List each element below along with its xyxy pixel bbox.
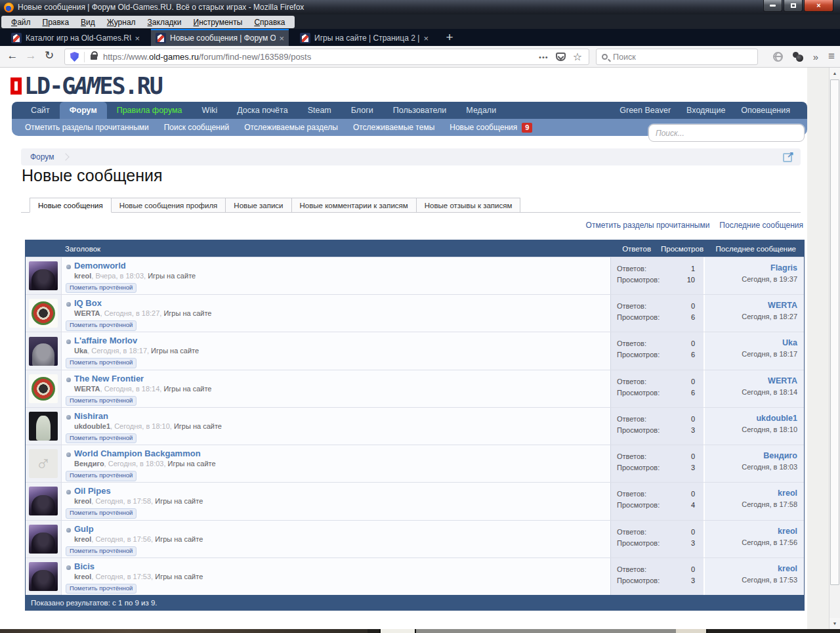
thread-forum-link[interactable]: Игры на сайте [163, 309, 211, 317]
thread-forum-link[interactable]: Игры на сайте [155, 573, 203, 580]
close-button[interactable]: × [804, 0, 833, 12]
thread-title-link[interactable]: Demonworld [74, 261, 610, 271]
forward-button[interactable]: → [22, 46, 39, 67]
page-scrollbar[interactable]: ▲ ▼ [829, 68, 840, 629]
mark-read-button[interactable]: Пометить прочтённой [66, 320, 136, 330]
last-post-user-link[interactable]: WERTA [705, 301, 797, 310]
nav-item[interactable]: Форум [60, 102, 107, 119]
thread-title-link[interactable]: World Champion Backgammon [74, 448, 610, 458]
menu-item-вид[interactable]: Вид [75, 18, 101, 27]
user-avatar[interactable] [29, 299, 58, 328]
tracking-shield-icon[interactable] [70, 52, 79, 62]
site-logo[interactable]: LD-GAMES.RU [10, 73, 162, 99]
browser-tab[interactable]: Новые сообщения | Форум O × [151, 29, 289, 46]
subnav-item[interactable]: Поиск сообщений [164, 123, 229, 132]
extension-icon[interactable] [793, 52, 803, 62]
content-tab[interactable]: Новые отзывы к записям [417, 198, 521, 213]
nav-item[interactable]: Steam [298, 102, 341, 119]
tab-close-icon[interactable]: × [135, 34, 140, 43]
user-avatar[interactable] [29, 562, 58, 591]
globe-icon[interactable] [773, 52, 783, 62]
last-post-user-link[interactable]: Uka [705, 338, 797, 347]
nav-item[interactable]: Wiki [192, 102, 228, 119]
menu-item-журнал[interactable]: Журнал [101, 18, 142, 27]
nav-item[interactable]: Медали [456, 102, 506, 119]
last-post-user-link[interactable]: kreol [705, 564, 797, 573]
thread-author-link[interactable]: kreol [74, 573, 91, 580]
last-post-user-link[interactable]: kreol [705, 489, 797, 498]
last-post-user-link[interactable]: WERTA [705, 376, 797, 385]
breadcrumb-forum-link[interactable]: Форум [30, 152, 54, 162]
url-bar[interactable]: https://www.old-games.ru/forum/find-new/… [64, 49, 589, 65]
minimize-button[interactable] [763, 0, 782, 12]
nav-item[interactable]: Сайт [21, 102, 60, 119]
tab-close-icon[interactable]: × [279, 34, 284, 43]
scroll-up-button[interactable]: ▲ [830, 68, 840, 79]
content-tab[interactable]: Новые сообщения профиля [112, 198, 226, 213]
user-avatar[interactable] [29, 487, 58, 515]
thread-forum-link[interactable]: Игры на сайте [155, 497, 203, 505]
thread-author-link[interactable]: kreol [74, 535, 91, 543]
last-post-user-link[interactable]: ukdouble1 [705, 414, 797, 423]
menu-item-инструменты[interactable]: Инструменты [188, 18, 249, 27]
user-avatar[interactable] [29, 337, 58, 366]
content-tab[interactable]: Новые комментарии к записям [292, 198, 417, 213]
last-post-user-link[interactable]: Вендиго [705, 451, 797, 460]
browser-tab[interactable]: Каталог игр на Old-Games.RU × [7, 29, 144, 46]
subnav-item[interactable]: Отслеживаемые темы [353, 123, 434, 132]
mark-read-button[interactable]: Пометить прочтённой [66, 584, 136, 594]
thread-forum-link[interactable]: Игры на сайте [155, 535, 203, 543]
nav-item[interactable]: Доска почёта [227, 102, 297, 119]
thread-forum-link[interactable]: Игры на сайте [174, 422, 222, 430]
thread-author-link[interactable]: Вендиго [74, 460, 104, 468]
mark-read-button[interactable]: Пометить прочтённой [66, 358, 136, 368]
mark-read-button[interactable]: Пометить прочтённой [66, 508, 136, 518]
menu-item-справка[interactable]: Справка [248, 18, 291, 27]
scrollbar-thumb[interactable] [830, 79, 839, 585]
thread-author-link[interactable]: Uka [74, 347, 87, 355]
hamburger-menu-icon[interactable]: ≡ [828, 50, 835, 63]
thread-forum-link[interactable]: Игры на сайте [168, 460, 216, 468]
thread-forum-link[interactable]: Игры на сайте [151, 347, 199, 355]
user-avatar[interactable] [29, 261, 58, 290]
lock-icon[interactable] [91, 55, 97, 60]
last-post-user-link[interactable]: kreol [705, 527, 797, 536]
browser-search-input[interactable] [613, 53, 752, 62]
tab-close-icon[interactable]: × [423, 34, 429, 43]
scroll-down-button[interactable]: ▼ [830, 618, 840, 629]
content-tab[interactable]: Новые сообщения [30, 198, 112, 213]
user-avatar[interactable] [29, 525, 58, 554]
mark-read-button[interactable]: Пометить прочтённой [66, 471, 136, 481]
nav-item[interactable]: Green Beaver [612, 106, 679, 115]
user-avatar[interactable] [29, 374, 58, 403]
new-tab-button[interactable]: + [438, 29, 461, 46]
subnav-item[interactable]: Новые сообщения9 [450, 123, 532, 133]
mark-read-button[interactable]: Пометить прочтённой [66, 283, 136, 293]
user-avatar[interactable]: ♂ [29, 449, 58, 478]
thread-author-link[interactable]: kreol [74, 497, 91, 505]
mark-read-button[interactable]: Пометить прочтённой [66, 396, 136, 406]
thread-title-link[interactable]: Oil Pipes [74, 486, 610, 496]
back-button[interactable]: ← [4, 46, 21, 67]
site-search-input[interactable] [656, 129, 797, 138]
reload-button[interactable]: ↻ [41, 46, 58, 67]
mark-read-button[interactable]: Пометить прочтённой [66, 546, 136, 556]
last-post-user-link[interactable]: Flagris [705, 263, 797, 273]
subnav-item[interactable]: Отметить разделы прочитанными [25, 123, 149, 132]
menu-item-файл[interactable]: Файл [5, 18, 37, 27]
content-tab[interactable]: Новые записи [226, 198, 291, 213]
nav-item[interactable]: Блоги [341, 102, 383, 119]
bookmark-star-icon[interactable]: ☆ [573, 51, 582, 63]
thread-title-link[interactable]: The New Frontier [74, 374, 610, 383]
page-actions-icon[interactable]: ••• [539, 53, 549, 61]
restore-button[interactable] [784, 0, 803, 12]
thread-author-link[interactable]: WERTA [74, 309, 100, 317]
thread-author-link[interactable]: ukdouble1 [74, 422, 110, 430]
nav-item[interactable]: Пользователи [383, 102, 457, 119]
menu-item-правка[interactable]: Правка [37, 18, 75, 27]
open-navigation-icon[interactable]: ↗ [782, 151, 794, 163]
action-link[interactable]: Последние сообщения [719, 221, 803, 230]
thread-author-link[interactable]: kreol [74, 272, 91, 280]
subnav-item[interactable]: Отслеживаемые разделы [244, 123, 338, 132]
browser-tab[interactable]: Игры на сайте | Страница 2 | O × [295, 29, 433, 46]
